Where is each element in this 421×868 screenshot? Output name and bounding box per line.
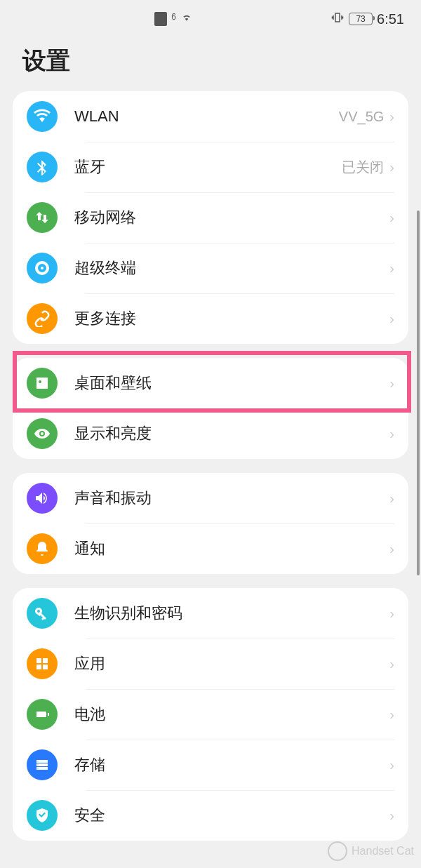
grid-icon	[27, 648, 58, 679]
status-bar: 6 73 6:51	[0, 0, 421, 31]
chevron-right-icon: ›	[389, 541, 394, 557]
scrollbar[interactable]	[417, 211, 420, 575]
row-label: 移动网络	[74, 207, 389, 228]
wifi-icon	[27, 101, 58, 132]
arrows-icon	[27, 202, 58, 233]
row-label: WLAN	[74, 107, 339, 126]
row-label: 声音和振动	[74, 488, 389, 509]
target-icon	[27, 253, 58, 283]
wifi-indicator-icon: 6	[171, 12, 176, 22]
settings-row-more[interactable]: 更多连接›	[13, 293, 408, 344]
bluetooth-icon	[27, 152, 58, 182]
storage-icon	[27, 749, 58, 780]
link-icon	[27, 303, 58, 334]
watermark: Handset Cat	[328, 841, 414, 861]
image-icon	[27, 368, 58, 399]
chevron-right-icon: ›	[389, 656, 394, 672]
chevron-right-icon: ›	[389, 260, 394, 276]
row-label: 蓝牙	[74, 156, 342, 178]
page-title: 设置	[0, 31, 421, 91]
settings-row-notify[interactable]: 通知›	[13, 523, 408, 574]
row-label: 生物识别和密码	[74, 603, 389, 624]
chevron-right-icon: ›	[389, 109, 394, 125]
row-label: 更多连接	[74, 308, 389, 329]
sim-icon	[154, 12, 167, 26]
settings-group: 生物识别和密码›应用›电池›存储›安全›	[13, 588, 408, 841]
settings-group: 桌面和壁纸›显示和亮度›	[13, 358, 408, 459]
row-value: 已关闭	[342, 158, 384, 177]
chevron-right-icon: ›	[389, 210, 394, 226]
chevron-right-icon: ›	[389, 426, 394, 442]
settings-row-biometric[interactable]: 生物识别和密码›	[13, 588, 408, 639]
settings-row-wlan[interactable]: WLANVV_5G›	[13, 91, 408, 142]
row-label: 存储	[74, 754, 389, 775]
settings-group: 声音和振动›通知›	[13, 473, 408, 574]
battery-icon	[27, 699, 58, 730]
row-label: 桌面和壁纸	[74, 373, 389, 394]
volume-icon	[27, 483, 58, 514]
settings-group: WLANVV_5G›蓝牙已关闭›移动网络›超级终端›更多连接›	[13, 91, 408, 344]
row-label: 应用	[74, 653, 389, 674]
battery-icon: 73	[349, 13, 373, 25]
chevron-right-icon: ›	[389, 606, 394, 622]
settings-row-battery[interactable]: 电池›	[13, 689, 408, 740]
settings-row-sound[interactable]: 声音和振动›	[13, 473, 408, 523]
row-label: 显示和亮度	[74, 423, 389, 444]
settings-row-super[interactable]: 超级终端›	[13, 243, 408, 293]
settings-row-bluetooth[interactable]: 蓝牙已关闭›	[13, 142, 408, 192]
row-label: 安全	[74, 805, 389, 826]
watermark-logo-icon	[328, 841, 347, 861]
settings-row-storage[interactable]: 存储›	[13, 740, 408, 790]
chevron-right-icon: ›	[389, 808, 394, 824]
eye-icon	[27, 418, 58, 449]
watermark-text: Handset Cat	[352, 845, 414, 857]
row-label: 电池	[74, 704, 389, 725]
chevron-right-icon: ›	[389, 311, 394, 327]
chevron-right-icon: ›	[389, 159, 394, 175]
chevron-right-icon: ›	[389, 490, 394, 507]
wifi-small-icon	[180, 13, 193, 25]
clock: 6:51	[377, 11, 404, 27]
settings-row-wallpaper[interactable]: 桌面和壁纸›	[13, 358, 408, 408]
chevron-right-icon: ›	[389, 757, 394, 773]
row-label: 通知	[74, 538, 389, 559]
settings-row-display[interactable]: 显示和亮度›	[13, 408, 408, 459]
settings-row-apps[interactable]: 应用›	[13, 639, 408, 689]
vibrate-icon	[330, 11, 345, 27]
chevron-right-icon: ›	[389, 707, 394, 723]
settings-row-mobile[interactable]: 移动网络›	[13, 192, 408, 243]
chevron-right-icon: ›	[389, 375, 394, 392]
bell-icon	[27, 533, 58, 564]
row-value: VV_5G	[339, 109, 384, 125]
key-icon	[27, 598, 58, 629]
shield-icon	[27, 800, 58, 831]
settings-row-security[interactable]: 安全›	[13, 790, 408, 841]
row-label: 超级终端	[74, 258, 389, 279]
